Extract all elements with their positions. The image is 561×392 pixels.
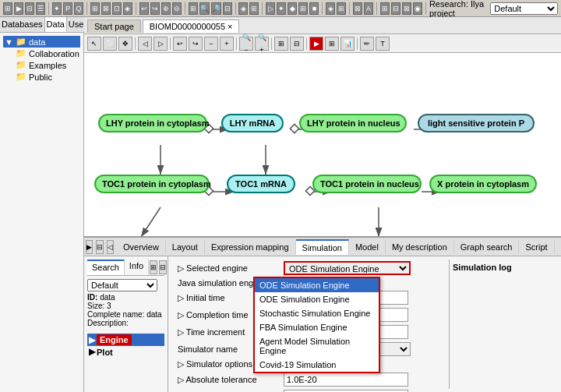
toolbar-btn-1[interactable]: ⊞ <box>3 2 12 15</box>
tab-info[interactable]: Info <box>125 260 149 275</box>
toolbar-btn-32[interactable]: ⊟ <box>391 2 400 15</box>
engine-select[interactable]: ODE Simulation Engine <box>284 261 411 275</box>
dropdown-item-ode2[interactable]: ODE Simulation Engine <box>255 292 379 306</box>
toolbar-btn-22[interactable]: ▷ <box>266 2 275 15</box>
node-lhy-cyto[interactable]: LHY protein in cytoplasm <box>98 114 207 132</box>
toolbar-btn-11[interactable]: ◈ <box>123 2 132 15</box>
engine-dropdown-overlay[interactable]: ODE Simulation Engine ODE Simulation Eng… <box>253 277 380 373</box>
tab-simulation[interactable]: Simulation <box>296 239 349 255</box>
toolbar-btn-13[interactable]: ↪ <box>150 2 160 15</box>
ed-grid-btn[interactable]: ⊞ <box>274 37 288 51</box>
tab-expression-mapping[interactable]: Expression mapping <box>205 240 296 254</box>
toolbar-btn-25[interactable]: ⊞ <box>298 2 308 15</box>
bottom-stop-btn[interactable]: ⊟ <box>96 240 104 254</box>
toolbar-btn-33[interactable]: ⊠ <box>402 2 411 15</box>
ed-fwd-btn[interactable]: ▷ <box>153 37 168 51</box>
tab-biomd[interactable]: BIOMD0000000055 × <box>143 19 240 33</box>
tab-overview[interactable]: Overview <box>117 240 166 254</box>
node-toc1-cyto[interactable]: TOC1 protein in cytoplasm <box>94 175 210 193</box>
toolbar-btn-7[interactable]: Q <box>74 2 83 15</box>
tree-item-data[interactable]: ▼ 📁 data <box>3 36 80 48</box>
toolbar-btn-29[interactable]: ⊠ <box>353 2 362 15</box>
tab-clipboard[interactable]: Clipboard <box>555 240 561 254</box>
toolbar-btn-24[interactable]: ◆ <box>288 2 297 15</box>
ed-chart-btn[interactable]: 📊 <box>340 37 355 51</box>
toolbar-btn-31[interactable]: ⊞ <box>380 2 390 15</box>
tab-my-description[interactable]: My description <box>386 240 454 254</box>
dropdown-item-fba[interactable]: FBA Simulation Engine <box>255 320 379 334</box>
tab-script[interactable]: Script <box>519 240 554 254</box>
toolbar-btn-19[interactable]: ⊟ <box>223 2 232 15</box>
tab-layout[interactable]: Layout <box>166 240 205 254</box>
toolbar-btn-6[interactable]: P <box>63 2 72 15</box>
bottom-prev-btn[interactable]: ◁ <box>107 240 114 254</box>
ed-select-btn[interactable]: ⬜ <box>103 37 117 51</box>
node-toc1-mrna[interactable]: TOC1 mRNA <box>227 175 295 193</box>
node-light-p[interactable]: light sensitive protein P <box>418 114 535 132</box>
ed-cursor-btn[interactable]: ↖ <box>87 37 101 51</box>
ed-minus-btn[interactable]: − <box>204 37 218 51</box>
ed-back-btn[interactable]: ◁ <box>138 37 152 51</box>
diagram-area[interactable]: LHY protein in cytoplasm LHY mRNA LHY pr… <box>84 53 561 236</box>
toolbar-btn-17[interactable]: 🔍 <box>199 2 210 15</box>
ed-text-btn[interactable]: T <box>376 37 390 51</box>
toolbar-btn-27[interactable]: ◈ <box>326 2 335 15</box>
node-lhy-nuc[interactable]: LHY protein in nucleus <box>299 114 407 132</box>
ed-undo-btn[interactable]: ↩ <box>173 37 187 51</box>
toolbar-btn-5[interactable]: ✦ <box>52 2 62 15</box>
toolbar-btn-20[interactable]: ◈ <box>238 2 248 15</box>
node-x-cyto[interactable]: X protein in cytoplasm <box>429 175 537 193</box>
props-default-select[interactable]: Default <box>87 279 157 291</box>
tree-item-public[interactable]: 📁 Public <box>14 71 80 83</box>
tree-item-collaboration[interactable]: 📁 Collaboration <box>14 48 80 59</box>
sep3 <box>136 2 136 15</box>
ed-pencil-btn[interactable]: ✏ <box>360 37 374 51</box>
tree-item-examples[interactable]: 📁 Examples <box>14 59 80 71</box>
tab-graph-search[interactable]: Graph search <box>454 240 520 254</box>
toolbar-btn-3[interactable]: ⊟ <box>25 2 34 15</box>
ed-layout-btn[interactable]: ⊟ <box>290 37 304 51</box>
toolbar-btn-2[interactable]: ▶ <box>14 2 23 15</box>
tab-data[interactable]: Data <box>45 17 67 32</box>
ed-table-btn[interactable]: ⊞ <box>325 37 339 51</box>
node-lhy-mrna[interactable]: LHY mRNA <box>221 114 284 132</box>
dropdown-item-ode[interactable]: ODE Simulation Engine <box>255 278 379 292</box>
ed-redo-btn[interactable]: ↪ <box>189 37 203 51</box>
ed-plus-btn[interactable]: + <box>220 37 234 51</box>
tab-start-page[interactable]: Start page <box>87 19 141 33</box>
toolbar-btn-8[interactable]: ⊞ <box>90 2 100 15</box>
toolbar-btn-16[interactable]: ⊞ <box>189 2 198 15</box>
dropdown-item-covid[interactable]: Covid-19 Simulation <box>255 358 379 372</box>
toolbar-btn-4[interactable]: ☰ <box>36 2 45 15</box>
toolbar-btn-28[interactable]: ⊞ <box>337 2 346 15</box>
bottom-run-btn[interactable]: ▶ <box>86 240 93 254</box>
tab-search[interactable]: Search <box>87 260 125 275</box>
section-engine[interactable]: ▶ Engine <box>87 334 164 346</box>
tab-databases[interactable]: Databases <box>0 17 45 32</box>
node-toc1-nuc[interactable]: TOC1 protein in nucleus <box>312 175 422 193</box>
ed-move-btn[interactable]: ✥ <box>118 37 132 51</box>
toolbar-btn-30[interactable]: A <box>364 2 373 15</box>
toolbar-btn-9[interactable]: ⊠ <box>101 2 111 15</box>
ed-zoom-in-btn[interactable]: 🔍+ <box>255 37 269 51</box>
ed-play-btn[interactable]: ▶ <box>309 37 323 51</box>
toolbar-btn-12[interactable]: ↩ <box>139 2 149 15</box>
toolbar-btn-18[interactable]: 🔎 <box>211 2 221 15</box>
toolbar-btn-15[interactable]: ⊖ <box>172 2 182 15</box>
tab-model[interactable]: Model <box>349 240 386 254</box>
toolbar-btn-14[interactable]: ⊕ <box>161 2 171 15</box>
absolute-tolerance-input[interactable] <box>284 373 408 387</box>
dropdown-item-stochastic[interactable]: Stochastic Simulation Engine <box>255 306 379 320</box>
simulation-log: Simulation log <box>449 260 558 389</box>
toolbar-btn-26[interactable]: ■ <box>309 2 319 15</box>
props-icon-1[interactable]: ⊞ <box>150 260 157 274</box>
toolbar-btn-10[interactable]: ⊡ <box>112 2 122 15</box>
research-dropdown[interactable]: Default <box>490 2 558 15</box>
toolbar-btn-23[interactable]: ✦ <box>277 2 286 15</box>
ed-zoom-out-btn[interactable]: 🔍− <box>239 37 253 51</box>
toolbar-btn-34[interactable]: ◉ <box>413 2 422 15</box>
dropdown-item-agent[interactable]: Agent Model Simulation Engine <box>255 334 379 358</box>
toolbar-btn-21[interactable]: ⊞ <box>249 2 259 15</box>
section-plot[interactable]: ▶ Plot <box>87 346 164 358</box>
props-icon-2[interactable]: ⊟ <box>159 260 167 274</box>
